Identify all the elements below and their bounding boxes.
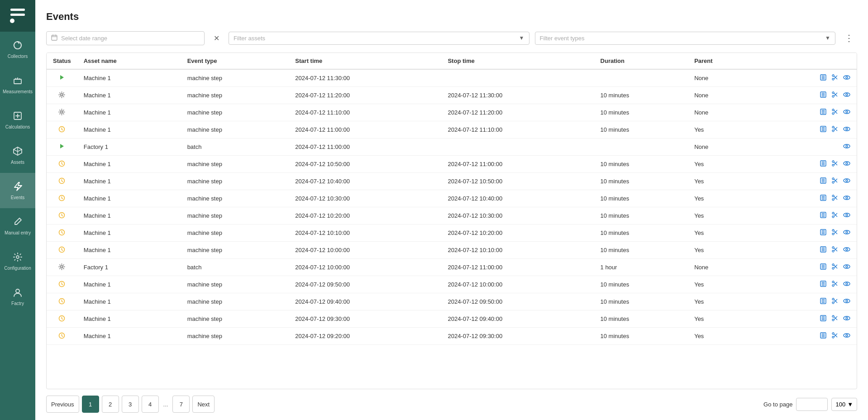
svg-point-25 xyxy=(832,130,834,132)
sidebar-item-manual-entry[interactable]: Manual entry xyxy=(0,208,35,243)
cut-icon[interactable] xyxy=(831,211,839,220)
more-options-button[interactable]: ⋮ xyxy=(841,31,857,45)
asset-filter-chevron-icon: ▼ xyxy=(519,35,525,41)
view-icon[interactable] xyxy=(843,194,850,203)
edit-icon[interactable] xyxy=(820,160,827,168)
parent-cell: Yes xyxy=(688,310,758,328)
page-button-2[interactable]: 2 xyxy=(102,396,119,413)
edit-icon[interactable] xyxy=(820,108,827,117)
start-time-cell: 2024-07-12 09:40:00 xyxy=(289,293,441,310)
asset-name-cell: Machine 1 xyxy=(77,293,181,310)
goto-page-input[interactable] xyxy=(796,398,828,411)
edit-icon[interactable] xyxy=(820,332,827,340)
per-page-select[interactable]: 100 ▼ xyxy=(831,398,857,411)
edit-icon[interactable] xyxy=(820,315,827,323)
cut-icon[interactable] xyxy=(831,332,839,340)
col-duration: Duration xyxy=(594,53,688,69)
cut-icon[interactable] xyxy=(831,263,839,272)
edit-icon[interactable] xyxy=(820,91,827,100)
svg-point-58 xyxy=(832,233,834,235)
page-button-1[interactable]: 1 xyxy=(82,396,99,413)
view-icon[interactable] xyxy=(843,160,850,168)
svg-point-70 xyxy=(832,267,834,269)
view-icon[interactable] xyxy=(843,332,850,340)
stop-time-cell: 2024-07-12 10:30:00 xyxy=(441,207,594,224)
edit-icon[interactable] xyxy=(820,194,827,203)
view-icon[interactable] xyxy=(843,125,850,134)
duration-cell: 10 minutes xyxy=(594,104,688,121)
sidebar-item-collectors[interactable]: Collectors xyxy=(0,32,35,67)
svg-rect-0 xyxy=(14,79,21,84)
cut-icon[interactable] xyxy=(831,177,839,186)
parent-cell: Yes xyxy=(688,328,758,345)
cut-icon[interactable] xyxy=(831,280,839,289)
view-icon[interactable] xyxy=(843,315,850,323)
view-icon[interactable] xyxy=(843,297,850,306)
table-row: Machine 1 machine step 2024-07-12 10:20:… xyxy=(47,207,857,224)
view-icon[interactable] xyxy=(843,143,850,151)
edit-icon[interactable] xyxy=(820,246,827,254)
cut-icon[interactable] xyxy=(831,91,839,100)
sidebar-label-measurements: Measurements xyxy=(3,89,33,94)
asset-name-cell: Machine 1 xyxy=(77,224,181,242)
sidebar-item-configuration[interactable]: Configuration xyxy=(0,243,35,279)
cut-icon[interactable] xyxy=(831,125,839,134)
sidebar-item-calculations[interactable]: Calculations xyxy=(0,102,35,138)
view-icon[interactable] xyxy=(843,108,850,117)
view-icon[interactable] xyxy=(843,74,850,82)
cut-icon[interactable] xyxy=(831,108,839,117)
cut-icon[interactable] xyxy=(831,315,839,323)
svg-point-84 xyxy=(844,299,850,303)
sidebar-item-events[interactable]: Events xyxy=(0,173,35,208)
page-button-7[interactable]: 7 xyxy=(172,396,190,413)
clear-date-button[interactable]: ✕ xyxy=(210,32,223,44)
edit-icon[interactable] xyxy=(820,280,827,289)
svg-point-77 xyxy=(832,281,834,283)
cut-icon[interactable] xyxy=(831,229,839,237)
stop-time-cell: 2024-07-12 10:10:00 xyxy=(441,242,594,259)
next-button[interactable]: Next xyxy=(192,396,215,413)
view-icon[interactable] xyxy=(843,263,850,272)
event-type-cell: machine step xyxy=(181,328,289,345)
table-row: Machine 1 machine step 2024-07-12 10:50:… xyxy=(47,156,857,173)
edit-icon[interactable] xyxy=(820,177,827,186)
sidebar-item-assets[interactable]: Assets xyxy=(0,138,35,173)
event-type-filter-chevron-icon: ▼ xyxy=(825,35,830,41)
edit-icon[interactable] xyxy=(820,125,827,134)
parent-cell: Yes xyxy=(688,276,758,293)
edit-icon[interactable] xyxy=(820,229,827,237)
view-icon[interactable] xyxy=(843,229,850,237)
cut-icon[interactable] xyxy=(831,160,839,168)
goto-section: Go to page 100 ▼ xyxy=(763,398,857,411)
svg-point-66 xyxy=(844,248,850,251)
actions-cell xyxy=(758,173,857,190)
edit-icon[interactable] xyxy=(820,263,827,272)
event-type-filter[interactable]: Filter event types ▼ xyxy=(535,32,836,45)
view-icon[interactable] xyxy=(843,280,850,289)
sidebar-item-factry[interactable]: Factry xyxy=(0,279,35,314)
edit-icon[interactable] xyxy=(820,211,827,220)
asset-filter[interactable]: Filter assets ▼ xyxy=(229,32,529,45)
previous-button[interactable]: Previous xyxy=(46,396,79,413)
svg-point-91 xyxy=(846,317,848,319)
parent-cell: Yes xyxy=(688,293,758,310)
view-icon[interactable] xyxy=(843,177,850,186)
cut-icon[interactable] xyxy=(831,74,839,82)
view-icon[interactable] xyxy=(843,246,850,254)
cut-icon[interactable] xyxy=(831,194,839,203)
status-cell xyxy=(47,259,77,276)
date-range-filter[interactable]: Select date range xyxy=(46,31,205,45)
cut-icon[interactable] xyxy=(831,246,839,254)
edit-icon[interactable] xyxy=(820,297,827,306)
view-icon[interactable] xyxy=(843,91,850,100)
view-icon[interactable] xyxy=(843,211,850,220)
page-button-4[interactable]: 4 xyxy=(142,396,159,413)
stop-time-cell: 2024-07-12 11:00:00 xyxy=(441,156,594,173)
page-button-3[interactable]: 3 xyxy=(122,396,139,413)
cut-icon[interactable] xyxy=(831,297,839,306)
svg-point-41 xyxy=(832,178,834,180)
edit-icon[interactable] xyxy=(820,74,827,82)
sidebar-item-measurements[interactable]: Measurements xyxy=(0,67,35,102)
start-time-cell: 2024-07-12 10:50:00 xyxy=(289,156,441,173)
table-row: Factory 1 batch 2024-07-12 11:00:00 None xyxy=(47,138,857,156)
